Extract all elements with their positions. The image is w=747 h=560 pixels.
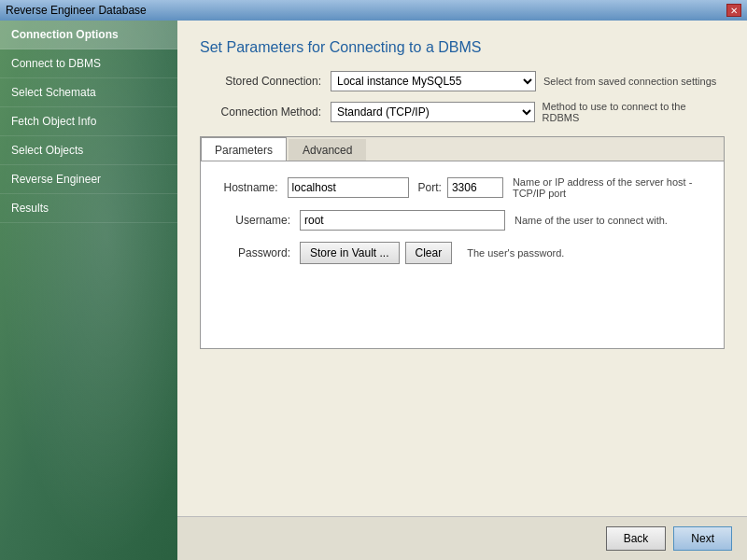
close-button[interactable]: ✕	[726, 4, 741, 17]
username-row: Username: Name of the user to connect wi…	[216, 210, 709, 231]
stored-connection-label: Stored Connection:	[200, 75, 331, 88]
username-hint: Name of the user to connect with.	[514, 215, 668, 226]
stored-connection-control: Local instance MySQL55 Select from saved…	[331, 71, 725, 91]
username-input[interactable]	[300, 210, 505, 231]
connection-method-row: Connection Method: Standard (TCP/IP) Met…	[200, 101, 725, 123]
stored-connection-hint: Select from saved connection settings	[543, 76, 716, 87]
password-label: Password:	[216, 246, 300, 259]
connection-method-hint: Method to use to connect to the RDBMS	[543, 101, 726, 123]
sidebar-item-results[interactable]: Results	[0, 194, 177, 223]
title-bar-text: Reverse Engineer Database	[6, 4, 147, 17]
sidebar-item-reverse-engineer[interactable]: Reverse Engineer	[0, 165, 177, 194]
tab-content: Hostname: Port: Name or IP address of th…	[201, 161, 724, 348]
close-icon: ✕	[730, 6, 738, 16]
hostname-input[interactable]	[288, 177, 409, 198]
tab-parameters[interactable]: Parameters	[201, 137, 287, 161]
hostname-row: Hostname: Port: Name or IP address of th…	[216, 176, 709, 199]
password-row: Password: Store in Vault ... Clear The u…	[216, 242, 709, 264]
sidebar-item-select-objects[interactable]: Select Objects	[0, 136, 177, 165]
sidebar-item-select-schemata[interactable]: Select Schemata	[0, 78, 177, 107]
content-inner: Set Parameters for Connecting to a DBMS …	[177, 21, 747, 516]
hostname-hint: Name or IP address of the server host - …	[513, 176, 709, 199]
password-hint: The user's password.	[467, 247, 564, 259]
tab-header: Parameters Advanced	[201, 137, 724, 161]
back-button[interactable]: Back	[606, 526, 667, 551]
sidebar-item-fetch-object-info[interactable]: Fetch Object Info	[0, 107, 177, 136]
title-bar: Reverse Engineer Database ✕	[0, 0, 747, 21]
clear-password-button[interactable]: Clear	[405, 242, 453, 264]
content-panel: Set Parameters for Connecting to a DBMS …	[177, 21, 747, 560]
next-button[interactable]: Next	[673, 526, 732, 551]
sidebar-item-connect-to-dbms[interactable]: Connect to DBMS	[0, 49, 177, 78]
main-container: Connection OptionsConnect to DBMSSelect …	[0, 21, 747, 560]
connection-method-label: Connection Method:	[200, 105, 331, 119]
hostname-label: Hostname:	[216, 181, 288, 194]
port-label: Port:	[418, 181, 442, 194]
tab-area: Parameters Advanced Hostname: Port: Name…	[200, 136, 725, 349]
connection-method-control: Standard (TCP/IP) Method to use to conne…	[331, 101, 725, 123]
page-title: Set Parameters for Connecting to a DBMS	[200, 39, 725, 56]
sidebar: Connection OptionsConnect to DBMSSelect …	[0, 21, 177, 560]
username-label: Username:	[216, 214, 300, 227]
bottom-bar: Back Next	[177, 516, 747, 560]
tab-advanced[interactable]: Advanced	[289, 139, 366, 161]
store-in-vault-button[interactable]: Store in Vault ...	[300, 242, 400, 264]
sidebar-item-connection-options[interactable]: Connection Options	[0, 21, 177, 49]
connection-method-select[interactable]: Standard (TCP/IP)	[331, 102, 535, 122]
port-input[interactable]	[447, 177, 503, 198]
stored-connection-row: Stored Connection: Local instance MySQL5…	[200, 71, 725, 91]
stored-connection-select[interactable]: Local instance MySQL55	[331, 71, 536, 91]
